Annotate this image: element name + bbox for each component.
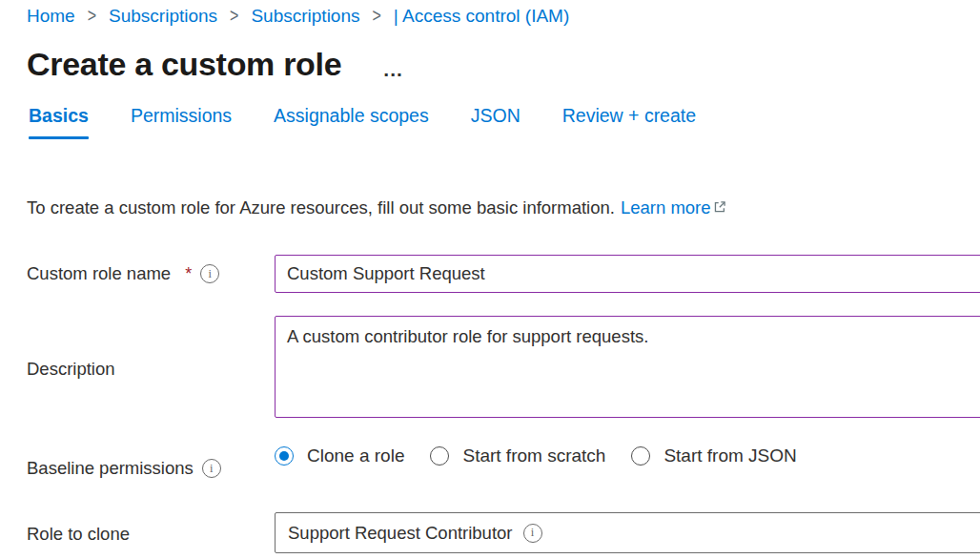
baseline-permissions-label-row: Baseline permissions — [27, 458, 221, 479]
learn-more-link[interactable]: Learn more — [621, 197, 726, 218]
intro-text: To create a custom role for Azure resour… — [27, 197, 615, 218]
custom-role-name-label: Custom role name — [27, 263, 171, 284]
radio-button-icon — [275, 446, 294, 466]
breadcrumb-subscriptions-link[interactable]: Subscriptions — [109, 6, 217, 27]
more-options-icon[interactable]: ... — [383, 59, 403, 79]
radio-label: Clone a role — [307, 445, 404, 466]
description-label: Description — [27, 359, 115, 380]
page-title: Create a custom role — [27, 46, 341, 83]
required-asterisk: * — [185, 264, 192, 284]
radio-button-icon — [430, 446, 449, 466]
tab-basics[interactable]: Basics — [29, 105, 89, 139]
intro-text-row: To create a custom role for Azure resour… — [27, 197, 726, 218]
tab-json[interactable]: JSON — [471, 105, 521, 139]
tab-permissions[interactable]: Permissions — [131, 105, 232, 139]
chevron-right-icon: > — [230, 6, 238, 28]
role-to-clone-dropdown[interactable]: Support Request Contributor — [275, 512, 980, 553]
description-textarea[interactable]: A custom contributor role for support re… — [275, 316, 980, 418]
chevron-right-icon: > — [88, 6, 96, 28]
radio-label: Start from JSON — [664, 445, 796, 466]
baseline-permissions-label: Baseline permissions — [27, 458, 194, 479]
radio-button-icon — [631, 446, 650, 466]
breadcrumb-subscriptions-link-2[interactable]: Subscriptions — [251, 6, 359, 27]
custom-role-name-label-row: Custom role name * — [27, 263, 219, 284]
custom-role-name-input[interactable] — [275, 255, 980, 293]
tab-assignable-scopes[interactable]: Assignable scopes — [274, 105, 429, 139]
info-icon[interactable] — [523, 524, 542, 543]
external-link-icon — [713, 197, 726, 218]
breadcrumb: Home > Subscriptions > Subscriptions > |… — [27, 6, 569, 27]
radio-start-from-scratch[interactable]: Start from scratch — [430, 445, 605, 466]
info-icon[interactable] — [200, 264, 219, 283]
breadcrumb-access-control-link[interactable]: | Access control (IAM) — [394, 6, 569, 27]
radio-clone-a-role[interactable]: Clone a role — [275, 445, 404, 466]
breadcrumb-home-link[interactable]: Home — [27, 6, 75, 27]
radio-label: Start from scratch — [462, 445, 605, 466]
radio-start-from-json[interactable]: Start from JSON — [631, 445, 796, 466]
role-to-clone-label: Role to clone — [27, 524, 130, 545]
baseline-permissions-radio-group: Clone a role Start from scratch Start fr… — [275, 445, 797, 466]
info-icon[interactable] — [202, 459, 221, 478]
chevron-right-icon: > — [373, 6, 381, 28]
tab-bar: Basics Permissions Assignable scopes JSO… — [29, 105, 696, 139]
page-header: Create a custom role ... — [27, 46, 403, 83]
role-to-clone-value: Support Request Contributor — [288, 523, 513, 544]
tab-review-create[interactable]: Review + create — [562, 105, 696, 139]
learn-more-label: Learn more — [621, 197, 711, 217]
